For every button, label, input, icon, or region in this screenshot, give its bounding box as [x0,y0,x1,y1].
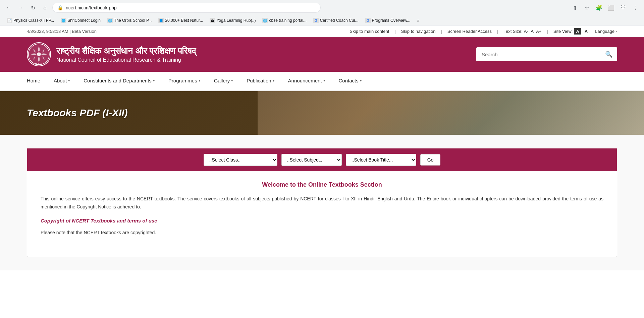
bookmark-cbse[interactable]: 🌐 cbse training portal... [260,17,309,24]
nav-announcement[interactable]: Announcement ▾ [281,72,332,90]
skip-main-link[interactable]: Skip to main content [350,29,389,34]
header-search: 🔍 [476,47,617,61]
nav-contacts[interactable]: Contacts ▾ [332,72,369,90]
text-size-increase[interactable]: A+ [536,29,541,34]
search-input[interactable] [476,48,600,61]
nav-publication-arrow: ▾ [273,78,275,83]
main-content: ..Select Class.. Class I Class II Class … [0,135,644,270]
site-view: Site View: A A [553,28,590,35]
url-input[interactable] [66,5,316,10]
bookmark-coach[interactable]: G Certified Coach Cur... [311,17,361,24]
bookmarks-bar: 📄 Physics Class-XII PP... 🌐 ShriConnect … [0,15,644,26]
bookmark-favicon-5: 🏔 [210,18,215,23]
search-button[interactable]: 🔍 [600,47,617,61]
reload-button[interactable]: ↻ [28,3,38,12]
browser-toolbar: ← → ↻ ⌂ 🔒 ⬆ ☆ 🧩 ⬜ 🛡 ⋮ [0,0,644,15]
text-size-decrease[interactable]: A- [524,29,528,34]
nav-about[interactable]: About ▾ [47,72,77,90]
lock-icon: 🔒 [57,5,63,10]
hero-banner: Textbooks PDF (I-XII) [0,91,644,135]
bookmark-shriconnect[interactable]: 🌐 ShriConnect Login [58,17,103,24]
svg-point-1 [37,52,41,56]
bookmark-favicon-4: 📘 [158,18,164,23]
nav-constituents[interactable]: Constituents and Departments ▾ [77,72,162,90]
text-size-controls: Text Size: A- |A| A+ [503,29,541,34]
address-bar[interactable]: 🔒 [52,3,321,13]
browser-actions: ⬆ ☆ 🧩 ⬜ 🛡 ⋮ [570,3,640,12]
site-view-dark[interactable]: A [574,28,581,35]
text-size-normal[interactable]: |A| [530,29,535,34]
utility-links: Skip to main content | Skip to navigatio… [350,28,617,35]
bookmark-favicon-6: 🌐 [262,18,268,23]
site-view-light[interactable]: A [583,28,590,35]
filter-bar: ..Select Class.. Class I Class II Class … [27,148,617,171]
bookmark-favicon-3: 🌐 [107,18,113,23]
nav-publication[interactable]: Publication ▾ [240,72,281,90]
header-logo: NCERT राष्ट्रीय शैक्षिक अनुसंधान और प्रश… [27,42,196,66]
nav-gallery-arrow: ▾ [231,78,233,83]
copyright-title: Copyright of NCERT Textbooks and terms o… [41,218,603,224]
tab-search-button[interactable]: ⬜ [606,3,616,12]
logo-english: National Council of Educational Research… [56,57,196,63]
bookmark-physics[interactable]: 📄 Physics Class-XII PP... [4,17,57,24]
language-dropdown[interactable]: Language - [595,29,617,34]
bookmark-favicon-8: G [365,18,371,23]
skip-nav-link[interactable]: Skip to navigation [401,29,436,34]
logo-hindi: राष्ट्रीय शैक्षिक अनुसंधान और प्रशिक्षण … [56,46,196,57]
go-button[interactable]: Go [420,154,441,166]
nav-contacts-arrow: ▾ [360,78,362,83]
nav-gallery[interactable]: Gallery ▾ [207,72,240,90]
content-card: ..Select Class.. Class I Class II Class … [27,148,617,257]
welcome-section: Welcome to the Online Textbooks Section … [27,171,617,243]
class-select[interactable]: ..Select Class.. Class I Class II Class … [204,154,277,166]
subject-select[interactable]: ..Select Subject.. [281,154,342,166]
share-button[interactable]: ⬆ [570,3,580,12]
bookmark-favicon-7: G [313,18,319,23]
nav-home[interactable]: Home [20,72,47,90]
menu-button[interactable]: ⋮ [631,3,640,12]
shield-button[interactable]: 🛡 [619,3,628,12]
nav-programmes[interactable]: Programmes ▾ [162,72,207,90]
logo-circle: NCERT [27,42,51,66]
bookmark-yoga[interactable]: 🏔 Yoga Learning Hub(..) [207,17,258,24]
forward-button[interactable]: → [16,3,25,12]
nav-bar: Home About ▾ Constituents and Department… [0,72,644,91]
hero-title: Textbooks PDF (I-XII) [27,107,128,119]
home-button[interactable]: ⌂ [40,3,50,12]
nav-constituents-arrow: ▾ [153,78,155,83]
svg-text:NCERT: NCERT [35,63,43,65]
bookmark-favicon-2: 🌐 [61,18,66,23]
ncert-logo-svg: NCERT [28,43,50,66]
nav-about-arrow: ▾ [68,78,70,83]
bookmark-programs[interactable]: G Programs Overview... [363,17,413,24]
extensions-button[interactable]: 🧩 [594,3,604,12]
utility-bar: 4/8/2023, 9:58:18 AM | Beta Version Skip… [0,26,644,37]
bookmark-favicon: 📄 [7,18,12,23]
header: NCERT राष्ट्रीय शैक्षिक अनुसंधान और प्रश… [0,37,644,72]
nav-programmes-arrow: ▾ [199,78,201,83]
copyright-text: Please note that the NCERT textbooks are… [41,229,603,237]
back-button[interactable]: ← [4,3,13,12]
utility-datetime: 4/8/2023, 9:58:18 AM | Beta Version [27,29,97,34]
screen-reader-link[interactable]: Screen Reader Access [447,29,492,34]
bookmark-orbis[interactable]: 🌐 The Orbis School P... [105,17,155,24]
bookmark-nature[interactable]: 📘 20,000+ Best Natur... [156,17,206,24]
book-title-select[interactable]: ..Select Book Title... [346,154,416,166]
bookmark-button[interactable]: ☆ [582,3,592,12]
logo-text: राष्ट्रीय शैक्षिक अनुसंधान और प्रशिक्षण … [56,46,196,63]
welcome-intro: This online service offers easy access t… [41,195,603,211]
nav-announcement-arrow: ▾ [323,78,325,83]
browser-chrome: ← → ↻ ⌂ 🔒 ⬆ ☆ 🧩 ⬜ 🛡 ⋮ 📄 Physics Class-XI… [0,0,644,26]
bookmark-more[interactable]: » [414,17,422,24]
welcome-title: Welcome to the Online Textbooks Section [41,181,603,188]
search-input-wrap: 🔍 [476,47,617,61]
